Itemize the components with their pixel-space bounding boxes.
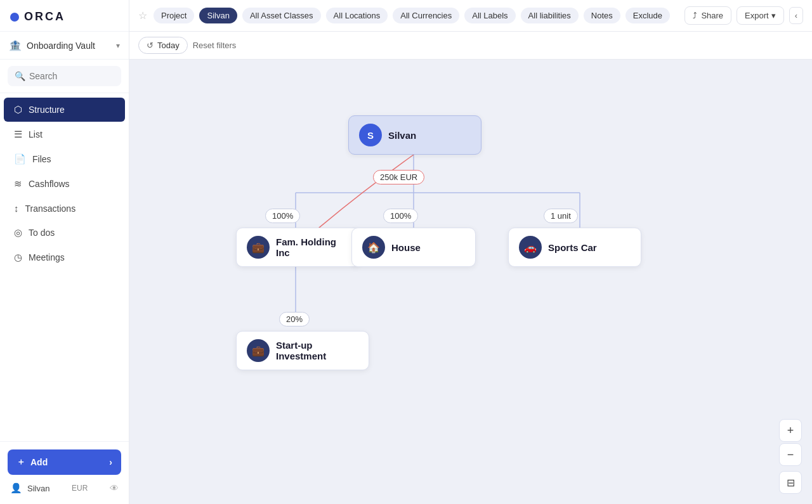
notes-chip[interactable]: Notes xyxy=(584,8,620,23)
transactions-icon: ↕ xyxy=(14,203,19,214)
silvan-chip[interactable]: Silvan xyxy=(199,8,237,23)
sidebar-item-structure-label: Structure xyxy=(29,105,65,115)
zoom-controls: + − xyxy=(779,419,802,466)
user-row: 👤 Silvan EUR 👁 xyxy=(8,480,121,496)
edge-label-20: 20% xyxy=(279,312,310,326)
search-area: 🔍 xyxy=(0,60,129,93)
sidebar-item-meetings[interactable]: ◷ Meetings xyxy=(4,245,125,269)
today-label: Today xyxy=(157,41,180,50)
sidebar-item-files[interactable]: 📄 Files xyxy=(4,147,125,171)
filter-bar: ↺ Today Reset filters xyxy=(129,32,812,60)
share-button[interactable]: ⤴ Share xyxy=(684,6,731,25)
canvas: S Silvan 250k EUR 100% 💼 Fam. Holding In… xyxy=(129,60,812,504)
edge-label-1unit: 1 unit xyxy=(544,209,578,223)
main-area: ☆ Project Silvan All Asset Classes All L… xyxy=(129,0,812,504)
sidebar-item-list-label: List xyxy=(29,129,43,139)
export-button[interactable]: Export ▾ xyxy=(737,6,784,25)
user-icon: 👤 xyxy=(10,482,22,494)
export-chevron-icon: ▾ xyxy=(771,11,776,20)
node-startup[interactable]: 💼 Start-up Investment xyxy=(236,331,369,370)
add-button[interactable]: ＋ Add › xyxy=(8,449,121,475)
locations-chip[interactable]: All Locations xyxy=(326,8,388,23)
sidebar-item-files-label: Files xyxy=(32,154,51,164)
liabilities-chip[interactable]: All liabilities xyxy=(521,8,579,23)
project-chip[interactable]: Project xyxy=(154,8,194,23)
sidebar-bottom: ＋ Add › 👤 Silvan EUR 👁 xyxy=(0,441,129,504)
silvan-avatar: S xyxy=(359,124,382,146)
sidebar-item-list[interactable]: ☰ List xyxy=(4,122,125,146)
today-button[interactable]: ↺ Today xyxy=(138,37,188,54)
sidebar: ORCA 🏦 Onboarding Vault ▾ 🔍 ⬡ Structure … xyxy=(0,0,129,504)
zoom-in-button[interactable]: + xyxy=(779,419,802,442)
logo-area: ORCA xyxy=(0,0,129,32)
sidebar-item-transactions[interactable]: ↕ Transactions xyxy=(4,197,125,220)
sidebar-item-meetings-label: Meetings xyxy=(29,252,65,262)
add-plus-icon: ＋ xyxy=(16,456,25,468)
vault-label: Onboarding Vault xyxy=(27,41,95,51)
node-sportscar[interactable]: 🚗 Sports Car xyxy=(508,228,641,267)
structure-icon: ⬡ xyxy=(14,104,22,115)
today-icon: ↺ xyxy=(147,41,154,50)
collapse-icon: ‹ xyxy=(795,11,797,20)
user-name: Silvan xyxy=(27,484,49,493)
node-silvan[interactable]: S Silvan xyxy=(348,115,481,155)
vault-chevron-icon: ▾ xyxy=(116,41,120,50)
filter-icon: ⊟ xyxy=(787,477,795,489)
fam-icon: 💼 xyxy=(247,236,270,259)
add-chevron-icon: › xyxy=(109,457,112,467)
node-sportscar-label: Sports Car xyxy=(548,242,597,253)
sidebar-item-structure[interactable]: ⬡ Structure xyxy=(4,98,125,122)
export-label: Export xyxy=(745,11,769,20)
star-icon[interactable]: ☆ xyxy=(138,10,147,22)
toolbar: ☆ Project Silvan All Asset Classes All L… xyxy=(129,0,812,32)
sidebar-item-cashflows-label: Cashflows xyxy=(29,179,70,189)
node-house[interactable]: 🏠 House xyxy=(351,228,476,267)
exclude-chip[interactable]: Exclude xyxy=(625,8,670,23)
node-silvan-label: Silvan xyxy=(388,130,416,141)
logo-dot xyxy=(10,13,19,22)
search-icon: 🔍 xyxy=(15,71,25,81)
sidebar-item-todos[interactable]: ◎ To dos xyxy=(4,221,125,245)
house-icon: 🏠 xyxy=(362,236,385,259)
list-icon: ☰ xyxy=(14,129,22,140)
node-fam-label: Fam. Holding Inc xyxy=(276,236,350,258)
sidebar-item-transactions-label: Transactions xyxy=(25,204,76,214)
share-icon: ⤴ xyxy=(693,11,697,20)
todos-icon: ◎ xyxy=(14,227,22,238)
vault-icon: 🏦 xyxy=(9,39,22,51)
eye-icon[interactable]: 👁 xyxy=(110,483,119,493)
node-house-label: House xyxy=(391,242,421,253)
edge-label-100-house: 100% xyxy=(383,209,418,223)
cashflows-icon: ≋ xyxy=(14,178,22,190)
files-icon: 📄 xyxy=(14,153,26,165)
sidebar-item-cashflows[interactable]: ≋ Cashflows xyxy=(4,172,125,196)
asset-classes-chip[interactable]: All Asset Classes xyxy=(242,8,321,23)
meetings-icon: ◷ xyxy=(14,252,22,263)
edge-label-250k: 250k EUR xyxy=(373,170,424,184)
filter-button[interactable]: ⊟ xyxy=(779,471,802,494)
edge-label-100-fam: 100% xyxy=(265,209,300,223)
zoom-out-button[interactable]: − xyxy=(779,443,802,466)
reset-filters-link[interactable]: Reset filters xyxy=(193,41,237,50)
search-input[interactable] xyxy=(29,71,114,81)
node-startup-label: Start-up Investment xyxy=(276,340,358,361)
currency-badge: EUR xyxy=(72,484,88,493)
vault-selector[interactable]: 🏦 Onboarding Vault ▾ xyxy=(0,32,129,60)
logo-text: ORCA xyxy=(24,10,65,23)
sidebar-item-todos-label: To dos xyxy=(29,228,55,238)
main-nav: ⬡ Structure ☰ List 📄 Files ≋ Cashflows ↕… xyxy=(0,93,129,441)
node-fam[interactable]: 💼 Fam. Holding Inc xyxy=(236,228,360,267)
sportscar-icon: 🚗 xyxy=(519,236,542,259)
add-label: Add xyxy=(30,457,48,467)
labels-chip[interactable]: All Labels xyxy=(464,8,515,23)
startup-icon: 💼 xyxy=(247,339,270,362)
currencies-chip[interactable]: All Currencies xyxy=(393,8,459,23)
collapse-button[interactable]: ‹ xyxy=(789,7,803,24)
share-label: Share xyxy=(701,11,723,20)
